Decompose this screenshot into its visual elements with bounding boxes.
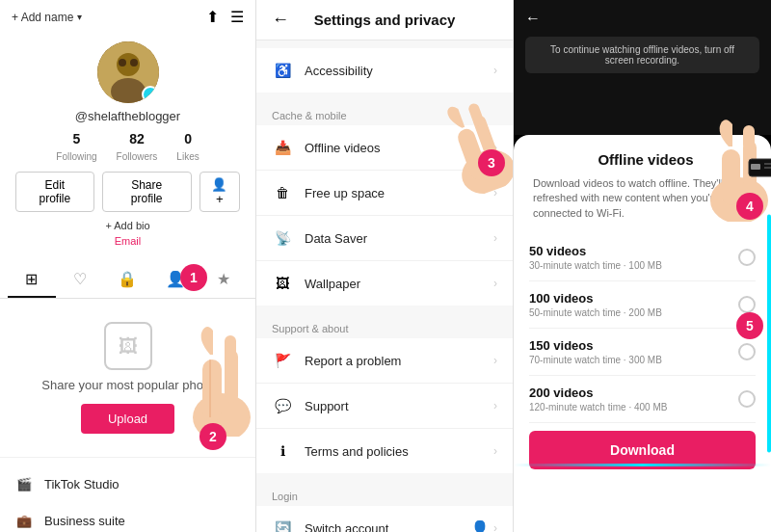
badge-1: 1 <box>180 264 207 291</box>
panel-offline-videos: ← To continue watching offline videos, t… <box>514 0 771 532</box>
panel-profile: + Add name ▾ ⬆ ☰ ✓ @shelaftheblogger <box>0 0 256 532</box>
modal-header: Offline videos ✕ <box>529 150 756 169</box>
menu-items: 🎬 TikTok Studio 💼 Business suite ⊞ My QR… <box>0 457 255 532</box>
settings-title: Settings and privacy <box>314 12 456 28</box>
tab-grid[interactable]: ⊞ <box>8 262 56 298</box>
header-icons: ⬆ ☰ <box>206 8 244 26</box>
add-bio-label[interactable]: + Add bio <box>105 220 149 231</box>
cache-section-label: Cache & mobile 📥 Offline videos › 🗑 Free… <box>256 100 513 306</box>
notification-bar: To continue watching offline videos, tur… <box>525 37 759 73</box>
video-option-150[interactable]: 150 videos 70-minute watch time · 300 MB <box>529 329 756 376</box>
switch-icon: 🔄 <box>272 518 293 532</box>
profile-buttons: Edit profile Share profile 👤+ <box>15 172 240 212</box>
info-icon: ℹ <box>272 440 293 462</box>
menu-icon[interactable]: ☰ <box>230 8 244 26</box>
radio-100[interactable] <box>738 296 756 313</box>
settings-item-terms[interactable]: ℹ Terms and policies › <box>256 429 513 473</box>
profile-tabs: ⊞ ♡ 🔒 👤 ★ <box>0 262 255 299</box>
verified-badge: ✓ <box>142 86 159 103</box>
chevron-right-icon-6: › <box>493 354 497 367</box>
back-button-3[interactable]: ← <box>525 10 541 27</box>
settings-item-offline-videos[interactable]: 📥 Offline videos › <box>256 125 513 171</box>
email-link[interactable]: Email <box>115 235 142 247</box>
support-section-label: Support & about 🚩 Report a problem › 💬 S… <box>256 313 513 473</box>
badge-4: 4 <box>736 193 763 220</box>
settings-item-data-saver[interactable]: 📡 Data Saver › <box>256 216 513 261</box>
badge-5: 5 <box>736 312 763 339</box>
accessibility-section: ♿ Accessibility › <box>256 48 513 93</box>
badge-2: 2 <box>199 423 226 450</box>
login-section-label: Login 🔄 Switch account 👤 › 🚪 Log out › <box>256 481 513 532</box>
back-button[interactable]: ← <box>272 10 289 30</box>
cyan-accent-bottom <box>514 464 771 466</box>
edit-profile-button[interactable]: Edit profile <box>15 172 94 212</box>
modal-description: Download videos to watch offline. They'l… <box>529 176 756 221</box>
modal-title: Offline videos <box>548 151 743 168</box>
accessibility-icon: ♿ <box>272 60 293 81</box>
settings-item-free-space[interactable]: 🗑 Free up space › <box>256 171 513 216</box>
video-option-100[interactable]: 100 videos 50-minute watch time · 200 MB <box>529 281 756 329</box>
add-user-icon: 👤+ <box>211 177 227 206</box>
badge-3: 3 <box>478 149 505 176</box>
tab-favorite[interactable]: ♡ <box>56 262 104 298</box>
chevron-right-icon: › <box>493 64 497 77</box>
support-icon: 💬 <box>272 395 293 416</box>
tab-lock[interactable]: 🔒 <box>104 262 152 298</box>
cache-section: 📥 Offline videos › 🗑 Free up space › 📡 D… <box>256 125 513 306</box>
business-suite-icon: 💼 <box>15 512 33 529</box>
svg-point-3 <box>119 59 126 66</box>
settings-header: ← Settings and privacy <box>256 0 513 40</box>
menu-item-business-suite[interactable]: 💼 Business suite <box>0 502 255 532</box>
radio-200[interactable] <box>738 390 756 408</box>
video-option-200[interactable]: 200 videos 120-minute watch time · 400 M… <box>529 376 756 423</box>
data-saver-icon: 📡 <box>272 227 293 249</box>
share-profile-button[interactable]: Share profile <box>102 172 192 212</box>
tiktok-studio-icon: 🎬 <box>15 475 33 492</box>
login-section: 🔄 Switch account 👤 › 🚪 Log out › <box>256 506 513 532</box>
avatar: ✓ <box>97 41 159 103</box>
account-avatar-small: 👤 <box>470 519 490 533</box>
panel3-nav: ← <box>514 0 771 37</box>
chevron-right-icon-9: › <box>493 521 497 532</box>
svg-point-4 <box>130 59 138 66</box>
settings-item-support[interactable]: 💬 Support › <box>256 384 513 429</box>
stats-row: 5 Following 82 Followers 0 Likes <box>56 131 199 164</box>
settings-item-wallpaper[interactable]: 🖼 Wallpaper › <box>256 261 513 306</box>
menu-item-tiktok-studio[interactable]: 🎬 TikTok Studio <box>0 466 255 502</box>
cyan-accent-right <box>767 214 771 452</box>
offline-modal: Offline videos ✕ Download videos to watc… <box>514 135 771 532</box>
following-stat: 5 Following <box>56 131 96 164</box>
chevron-right-icon-4: › <box>493 231 497 245</box>
settings-item-accessibility[interactable]: ♿ Accessibility › <box>256 48 513 93</box>
empty-icon: 🖼 <box>104 322 152 370</box>
likes-stat: 0 Likes <box>176 131 199 164</box>
chevron-right-icon-3: › <box>493 186 497 200</box>
settings-item-report[interactable]: 🚩 Report a problem › <box>256 338 513 384</box>
settings-item-switch-account[interactable]: 🔄 Switch account 👤 › <box>256 506 513 532</box>
chevron-right-icon-8: › <box>493 444 497 458</box>
radio-150[interactable] <box>738 343 756 360</box>
video-option-50[interactable]: 50 videos 30-minute watch time · 100 MB <box>529 234 756 281</box>
wallpaper-icon: 🖼 <box>272 273 293 294</box>
flag-icon: 🚩 <box>272 350 293 371</box>
username: @shelaftheblogger <box>75 109 180 123</box>
panel-settings: ← Settings and privacy ♿ Accessibility ›… <box>256 0 514 532</box>
add-name-button[interactable]: + Add name ▾ <box>12 11 82 24</box>
profile-section: ✓ @shelaftheblogger 5 Following 82 Follo… <box>0 34 255 254</box>
chevron-right-icon-5: › <box>493 277 497 290</box>
trash-icon: 🗑 <box>272 182 293 203</box>
upload-button[interactable]: Upload <box>81 404 174 434</box>
profile-header: + Add name ▾ ⬆ ☰ <box>0 0 255 34</box>
support-section: 🚩 Report a problem › 💬 Support › ℹ Terms… <box>256 338 513 473</box>
chevron-right-icon-7: › <box>493 399 497 412</box>
empty-text: Share your most popular photo <box>41 378 214 392</box>
modal-close-button[interactable]: ✕ <box>743 150 756 169</box>
panel3-top: ← To continue watching offline videos, t… <box>514 0 771 135</box>
add-user-button[interactable]: 👤+ <box>199 172 240 212</box>
offline-videos-icon: 📥 <box>272 137 293 158</box>
followers-stat: 82 Followers <box>117 131 158 164</box>
radio-50[interactable] <box>738 249 756 266</box>
share-icon[interactable]: ⬆ <box>206 8 219 26</box>
